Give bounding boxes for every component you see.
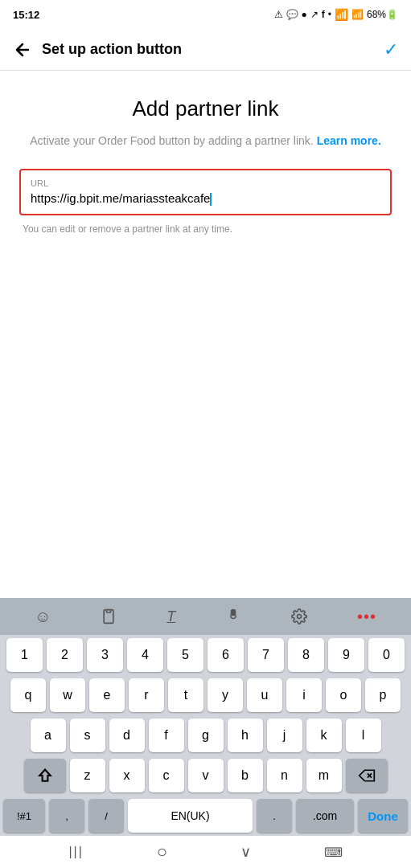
key-6[interactable]: 6 xyxy=(208,638,244,672)
signal-icon: 📶 xyxy=(351,9,364,20)
facebook-icon: f xyxy=(322,9,325,20)
key-i[interactable]: i xyxy=(286,678,322,712)
key-v[interactable]: v xyxy=(188,759,224,792)
svg-rect-0 xyxy=(107,610,111,612)
menu-button[interactable]: ||| xyxy=(68,845,83,859)
key-k[interactable]: k xyxy=(306,719,342,752)
wifi-icon: 📶 xyxy=(335,8,348,21)
key-h[interactable]: h xyxy=(228,719,263,752)
url-label: URL xyxy=(31,178,380,188)
bottom-row: !#1 , / EN(UK) . .com Done xyxy=(0,796,411,836)
slash-button[interactable]: / xyxy=(88,799,124,833)
key-a[interactable]: a xyxy=(31,719,66,752)
text-cursor xyxy=(210,193,212,206)
dot-icon: • xyxy=(328,9,331,20)
bottom-nav: ||| ○ ∨ ⌨ xyxy=(0,836,411,868)
url-text: https://ig.bpit.me/mariassteakcafe xyxy=(31,191,210,205)
key-u[interactable]: u xyxy=(247,678,282,712)
key-j[interactable]: j xyxy=(267,719,302,752)
share-icon: ↗ xyxy=(310,9,319,20)
emoji-button[interactable]: ☺ xyxy=(35,608,51,626)
qwerty-row: q w e r t y u i o p xyxy=(0,675,411,715)
add-partner-link-heading: Add partner link xyxy=(19,96,392,121)
shift-button[interactable] xyxy=(24,759,66,792)
keyboard-toolbar: ☺ T ••• xyxy=(0,598,411,635)
key-o[interactable]: o xyxy=(326,678,361,712)
more-button[interactable]: ••• xyxy=(357,608,376,626)
dotcom-button[interactable]: .com xyxy=(296,799,354,833)
key-t[interactable]: t xyxy=(168,678,203,712)
key-w[interactable]: w xyxy=(50,678,85,712)
comma-button[interactable]: , xyxy=(49,799,84,833)
key-8[interactable]: 8 xyxy=(288,638,324,672)
back-nav-button[interactable]: ∨ xyxy=(240,843,251,861)
key-1[interactable]: 1 xyxy=(6,638,43,672)
key-c[interactable]: c xyxy=(149,759,184,792)
confirm-button[interactable]: ✓ xyxy=(384,39,398,60)
space-button[interactable]: EN(UK) xyxy=(128,799,253,833)
key-d[interactable]: d xyxy=(109,719,145,752)
key-b[interactable]: b xyxy=(228,759,263,792)
whatsapp-icon: 💬 xyxy=(286,9,298,20)
key-z[interactable]: z xyxy=(70,759,105,792)
key-q[interactable]: q xyxy=(10,678,46,712)
number-row: 1 2 3 4 5 6 7 8 9 0 xyxy=(0,635,411,675)
key-m[interactable]: m xyxy=(306,759,342,792)
key-f[interactable]: f xyxy=(149,719,184,752)
page-title: Set up action button xyxy=(42,41,384,58)
key-r[interactable]: r xyxy=(129,678,164,712)
key-2[interactable]: 2 xyxy=(47,638,83,672)
keyboard: ☺ T ••• 1 2 3 4 5 6 xyxy=(0,598,411,836)
url-input-container[interactable]: URL https://ig.bpit.me/mariassteakcafe xyxy=(19,169,392,215)
key-7[interactable]: 7 xyxy=(248,638,284,672)
key-4[interactable]: 4 xyxy=(127,638,163,672)
key-n[interactable]: n xyxy=(267,759,302,792)
top-nav: Set up action button ✓ xyxy=(0,29,411,71)
special-chars-button[interactable]: !#1 xyxy=(3,799,45,833)
key-p[interactable]: p xyxy=(365,678,401,712)
keyboard-nav-button[interactable]: ⌨ xyxy=(324,845,343,860)
main-content: Add partner link Activate your Order Foo… xyxy=(0,71,411,248)
key-x[interactable]: x xyxy=(109,759,145,792)
clipboard-button[interactable] xyxy=(101,608,117,624)
home-button[interactable]: ○ xyxy=(157,841,167,862)
backspace-button[interactable] xyxy=(346,759,388,792)
key-g[interactable]: g xyxy=(188,719,224,752)
status-icons: ⚠ 💬 ● ↗ f • 📶 📶 68%🔋 xyxy=(274,8,398,21)
key-9[interactable]: 9 xyxy=(328,638,364,672)
learn-more-link[interactable]: Learn more. xyxy=(317,134,381,147)
asdf-row: a s d f g h j k l xyxy=(0,715,411,755)
period-button[interactable]: . xyxy=(257,799,292,833)
mic-button[interactable] xyxy=(225,608,241,624)
format-text-button[interactable]: T xyxy=(166,608,175,625)
subtitle-text: Activate your Order Food button by addin… xyxy=(19,133,392,149)
input-hint: You can edit or remove a partner link at… xyxy=(19,223,392,235)
key-y[interactable]: y xyxy=(208,678,243,712)
svg-point-1 xyxy=(298,615,302,619)
settings-button[interactable] xyxy=(291,608,307,624)
key-0[interactable]: 0 xyxy=(368,638,405,672)
key-5[interactable]: 5 xyxy=(167,638,203,672)
key-e[interactable]: e xyxy=(89,678,125,712)
chat-icon: ● xyxy=(302,9,307,20)
key-l[interactable]: l xyxy=(346,719,381,752)
status-bar: 15:12 ⚠ 💬 ● ↗ f • 📶 📶 68%🔋 xyxy=(0,0,411,29)
zxcv-row: z x c v b n m xyxy=(0,755,411,796)
done-button[interactable]: Done xyxy=(358,799,408,833)
key-3[interactable]: 3 xyxy=(87,638,123,672)
warning-icon: ⚠ xyxy=(274,9,283,20)
back-button[interactable] xyxy=(13,40,32,59)
battery-icon: 68%🔋 xyxy=(367,9,398,20)
key-s[interactable]: s xyxy=(70,719,105,752)
status-time: 15:12 xyxy=(13,9,39,21)
subtitle-main: Activate your Order Food button by addin… xyxy=(30,134,314,147)
url-input-value[interactable]: https://ig.bpit.me/mariassteakcafe xyxy=(31,191,380,206)
